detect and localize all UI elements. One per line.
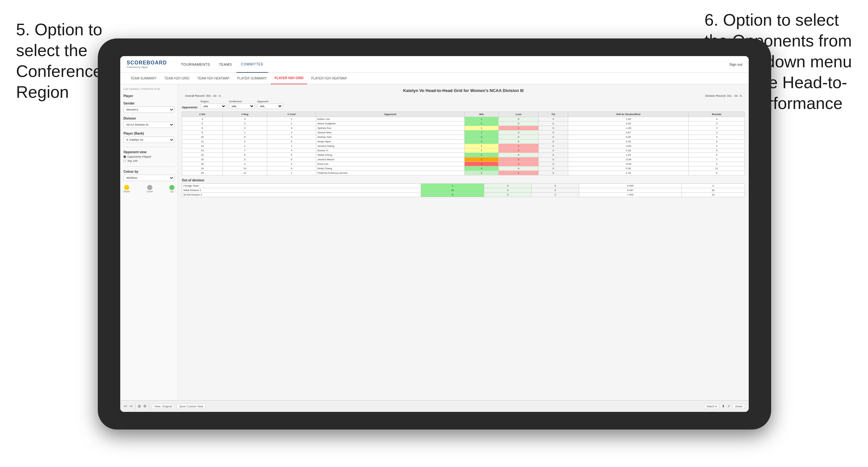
share-icon[interactable]: ↗ bbox=[727, 404, 730, 408]
main-data-table: # Div # Reg # Conf Opponent Win Loss Tie… bbox=[182, 112, 745, 175]
division-label: Division bbox=[123, 117, 175, 120]
filter-row: Opponents: Region (All) Conference (All) bbox=[182, 100, 745, 109]
colour-down bbox=[124, 185, 129, 190]
sub-nav-player-summary[interactable]: PLAYER SUMMARY bbox=[234, 73, 271, 84]
table-row: 331Esther Lee1001.504 bbox=[182, 117, 745, 122]
tablet-screen: SCOREBOARD Powered by clippd TOURNAMENTS… bbox=[120, 56, 749, 412]
undo-icon[interactable]: ↩ bbox=[124, 404, 127, 408]
table-row: 1125Heejo Hyun1003.333 bbox=[182, 139, 745, 144]
nav-tournaments[interactable]: TOURNAMENTS bbox=[177, 56, 215, 73]
gender-select[interactable]: Women's bbox=[123, 106, 175, 113]
colour-section: Colour by Win/loss bbox=[123, 170, 175, 181]
view-original-button[interactable]: View: Original bbox=[152, 404, 174, 409]
out-division-row: NCAA Division 25007.40010 bbox=[182, 193, 745, 197]
radio-top100[interactable]: Top 100 bbox=[123, 159, 175, 162]
out-division-table: Foreign Team1004.5002NAIA Division 11500… bbox=[182, 183, 745, 197]
col-loss: Loss bbox=[499, 112, 539, 117]
main-content: Last Updated: 27/03/2024 10:44 Player Ge… bbox=[120, 84, 749, 400]
table-row: 1311Jessica Huang110-3.002 bbox=[182, 144, 745, 148]
radio-opponents-played[interactable]: Opponents Played bbox=[123, 155, 175, 158]
out-division-row: NAIA Division 115009.26730 bbox=[182, 188, 745, 193]
opponent-view-radio: Opponents Played Top 100 bbox=[123, 155, 175, 162]
share-button[interactable]: Share bbox=[733, 404, 745, 409]
out-division-title: Out of division bbox=[182, 179, 745, 182]
player-rank-label: Player (Rank) bbox=[123, 132, 175, 135]
toolbar-divider-1 bbox=[135, 403, 135, 410]
settings-icon[interactable]: ⚙ bbox=[143, 404, 147, 408]
header-right: Sign out bbox=[730, 62, 742, 66]
logo-sub: Powered by clippd bbox=[127, 66, 167, 69]
colour-label: Colour by bbox=[123, 170, 175, 174]
app-header: SCOREBOARD Powered by clippd TOURNAMENTS… bbox=[120, 56, 749, 73]
sub-nav-team-summary[interactable]: TEAM SUMMARY bbox=[127, 73, 161, 84]
sub-nav-player-h2h-grid[interactable]: PLAYER H2H GRID bbox=[271, 73, 307, 84]
opponent-filter-label: Opponent bbox=[257, 100, 283, 103]
nav-items: TOURNAMENTS TEAMS COMMITTEE bbox=[177, 56, 730, 73]
logo-area: SCOREBOARD Powered by clippd bbox=[127, 60, 167, 69]
watch-button[interactable]: Watch ▾ bbox=[704, 404, 719, 409]
sub-nav-team-h2h-heatmap[interactable]: TEAM H2H HEATMAP bbox=[193, 73, 234, 84]
col-rounds: Rounds bbox=[689, 112, 745, 117]
col-reg: # Reg bbox=[222, 112, 267, 117]
opponents-played-label: Opponents Played bbox=[127, 155, 151, 158]
division-section: Division NCAA Division III bbox=[123, 117, 175, 128]
opponent-filter-group: Opponent (All) bbox=[257, 100, 283, 109]
col-div: # Div bbox=[182, 112, 223, 117]
toolbar-divider-2 bbox=[149, 403, 149, 410]
colour-up bbox=[169, 185, 175, 190]
nav-teams[interactable]: TEAMS bbox=[215, 56, 236, 73]
col-opponent: Opponent bbox=[316, 112, 465, 117]
table-row: 1636Jessica Mason120-0.947 bbox=[182, 157, 745, 162]
records-row: Overall Record: 353 - 34 - 6 Division Re… bbox=[182, 94, 745, 97]
colour-select[interactable]: Win/loss bbox=[123, 175, 175, 181]
gender-section: Gender Women's bbox=[123, 102, 175, 113]
colour-legend: Down Level Up bbox=[123, 185, 175, 193]
table-row: 522Alexis Sudjianto1004.003 bbox=[182, 122, 745, 126]
toolbar: ↩ ↪ ⊞ ⚙ View: Original Save Custom View … bbox=[120, 400, 749, 412]
region-filter-group: Region (All) bbox=[201, 100, 226, 109]
sub-nav-player-h2h-heatmap[interactable]: PLAYER H2H HEATMAP bbox=[307, 73, 351, 84]
sub-nav: TEAM SUMMARY TEAM H2H GRID TEAM H2H HEAT… bbox=[120, 73, 749, 84]
opponents-filter-label: Opponents: bbox=[182, 106, 198, 109]
download-icon[interactable]: ⬇ bbox=[722, 404, 725, 408]
col-conf: # Conf bbox=[267, 112, 316, 117]
division-select[interactable]: NCAA Division III bbox=[123, 122, 175, 128]
colour-level bbox=[147, 185, 152, 190]
redo-icon[interactable]: ↪ bbox=[129, 404, 132, 408]
colour-level-label: Level bbox=[147, 190, 153, 193]
sign-out-link[interactable]: Sign out bbox=[730, 62, 742, 66]
right-content: Katelyn Vo Head-to-Head Grid for Women's… bbox=[178, 84, 749, 400]
sub-nav-team-h2h-grid[interactable]: TEAM H2H GRID bbox=[161, 73, 193, 84]
opponent-view-section: Opponent view Opponents Played Top 100 bbox=[123, 150, 175, 162]
col-tie: Tie bbox=[539, 112, 568, 117]
radio-dot-top100 bbox=[123, 160, 126, 162]
col-diff: Diff Av Strokes/Rnd bbox=[568, 112, 689, 117]
region-filter-label: Region bbox=[201, 100, 226, 103]
player-section: Player bbox=[123, 94, 175, 98]
gender-label: Gender bbox=[123, 102, 175, 105]
grid-title: Katelyn Vo Head-to-Head Grid for Women's… bbox=[182, 88, 745, 93]
colour-up-label: Up bbox=[169, 190, 175, 193]
conference-filter-label: Conference bbox=[229, 100, 255, 103]
opponent-filter-select[interactable]: (All) bbox=[257, 103, 283, 109]
overall-record: Overall Record: 353 - 34 - 6 bbox=[185, 94, 221, 97]
colour-down-label: Down bbox=[123, 190, 130, 193]
region-filter-select[interactable]: (All) bbox=[201, 103, 226, 109]
grid-icon[interactable]: ⊞ bbox=[138, 404, 141, 408]
tablet-device: SCOREBOARD Powered by clippd TOURNAMENTS… bbox=[98, 38, 771, 430]
conference-filter-select[interactable]: (All) bbox=[229, 103, 255, 109]
col-win: Win bbox=[465, 112, 499, 117]
player-rank-select[interactable]: 8. Katelyn Vo bbox=[123, 136, 175, 143]
table-row: 1063Andrea York2004.004 bbox=[182, 135, 745, 139]
conference-filter-group: Conference (All) bbox=[229, 100, 255, 109]
save-custom-button[interactable]: Save Custom View bbox=[177, 404, 206, 409]
table-row: 19106Emily Chang4000.3011 bbox=[182, 166, 745, 171]
nav-committee[interactable]: COMMITTEE bbox=[236, 56, 268, 73]
division-record: Division Record: 331 - 34 - 6 bbox=[705, 94, 742, 97]
table-row: 914Sharon Mun1003.673 bbox=[182, 130, 745, 135]
opponent-view-label: Opponent view bbox=[123, 150, 175, 154]
player-rank-section: Player (Rank) 8. Katelyn Vo bbox=[123, 132, 175, 143]
table-row: 20117Federica Domecq Lacroze2101.336 bbox=[182, 171, 745, 175]
player-label: Player bbox=[123, 94, 175, 98]
table-row: 1585Stella Cheng1001.254 bbox=[182, 153, 745, 157]
